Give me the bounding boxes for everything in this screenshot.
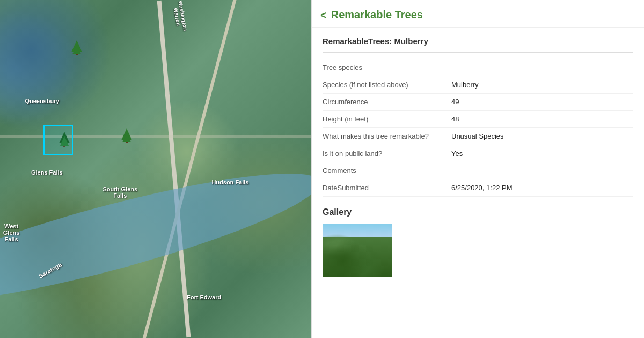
field-value: Yes (451, 149, 463, 157)
record-title: RemarkableTrees: Mulberry (323, 37, 633, 53)
field-label: Species (if not listed above) (323, 81, 451, 89)
panel-header: < Remarkable Trees (312, 0, 644, 28)
field-row: Species (if not listed above)Mulberry (323, 76, 633, 94)
label-hudson-falls: Hudson Falls (211, 179, 248, 185)
detail-panel: < Remarkable Trees RemarkableTrees: Mulb… (311, 0, 644, 338)
gallery-section: Gallery (323, 207, 633, 277)
gallery-image-1[interactable] (323, 224, 392, 277)
label-glens-falls: Glens Falls (31, 169, 63, 176)
label-fort-edward: Fort Edward (187, 294, 221, 300)
field-label: Is it on public land? (323, 149, 451, 157)
field-label: Height (in feet) (323, 115, 451, 123)
field-label: What makes this tree remarkable? (323, 132, 451, 140)
label-west-glens-falls: WestGlensFalls (3, 223, 20, 242)
gallery-image-inner (323, 224, 392, 277)
field-value: 49 (451, 98, 459, 106)
field-row: Height (in feet)48 (323, 111, 633, 128)
panel-content: RemarkableTrees: Mulberry Tree speciesSp… (312, 28, 644, 286)
field-row: Tree species (323, 59, 633, 76)
field-label: DateSubmitted (323, 184, 451, 192)
field-row: Is it on public land?Yes (323, 145, 633, 162)
road-diagonal (100, 0, 278, 338)
field-row: Circumference49 (323, 94, 633, 111)
fields-list: Tree speciesSpecies (if not listed above… (323, 59, 633, 197)
selection-box (43, 125, 73, 155)
label-queensbury: Queensbury (25, 98, 59, 104)
field-row: DateSubmitted6/25/2020, 1:22 PM (323, 179, 633, 197)
back-button[interactable]: < (320, 10, 327, 20)
field-row: What makes this tree remarkable?Unusual … (323, 128, 633, 145)
label-south-glens-falls: South GlensFalls (103, 186, 137, 199)
field-value: 48 (451, 115, 459, 123)
field-value: Unusual Species (451, 132, 504, 140)
map-container[interactable]: Queensbury Glens Falls South GlensFalls … (0, 0, 311, 338)
gallery-title: Gallery (323, 207, 633, 217)
field-value: 6/25/2020, 1:22 PM (451, 184, 512, 192)
tree-marker-1[interactable] (71, 40, 82, 52)
road-vertical (157, 1, 191, 337)
label-washington-warren: WashingtonWarren (172, 0, 189, 32)
panel-title: Remarkable Trees (331, 9, 423, 21)
field-label: Tree species (323, 63, 451, 71)
field-label: Comments (323, 167, 451, 175)
field-row: Comments (323, 162, 633, 179)
field-label: Circumference (323, 98, 451, 106)
tree-marker-3[interactable] (121, 128, 132, 140)
field-value: Mulberry (451, 81, 479, 89)
